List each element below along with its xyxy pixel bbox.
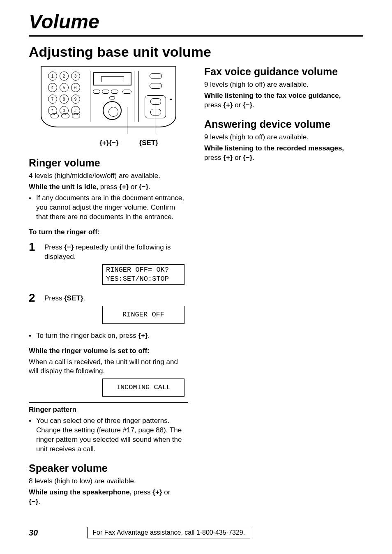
while-ringer-off-body: When a call is received, the unit will n… [29, 358, 188, 376]
while-ringer-off-heading: While the ringer volume is set to off: [29, 346, 188, 356]
page-footer: 30 For Fax Advantage assistance, call 1-… [29, 527, 363, 538]
display-ringer-off-confirm: RINGER OFF= OK? YES:SET/NO:STOP [102, 264, 184, 285]
diagram-label-set: {SET} [139, 139, 158, 147]
speaker-levels: 8 levels (high to low) are available. [29, 477, 188, 486]
title-rule [29, 35, 363, 37]
step-2-body: Press {SET}. RINGER OFF [44, 292, 188, 328]
speaker-volume-heading: Speaker volume [29, 462, 188, 474]
fax-guidance-heading: Fax voice guidance volume [204, 66, 363, 78]
step-1-body: Press {−} repeatedly until the following… [44, 241, 188, 289]
diagram-label-volume: {+}{−} [99, 139, 118, 147]
ringer-pattern-bullet: You can select one of three ringer patte… [36, 416, 188, 454]
ringer-volume-heading: Ringer volume [29, 157, 188, 169]
answering-device-heading: Answering device volume [204, 118, 363, 130]
device-diagram: 123 456 789 *0# [41, 66, 176, 136]
display-ringer-off: RINGER OFF [102, 306, 184, 324]
page-number: 30 [29, 528, 38, 538]
section-title: Adjusting base unit volume [29, 44, 363, 60]
step-1-number: 1 [29, 241, 39, 289]
ringer-levels: 4 levels (high/middle/low/off) are avail… [29, 171, 188, 181]
ringer-idle-instruction: While the unit is idle, press {+} or {−}… [29, 182, 188, 192]
answering-instruction: While listening to the recorded messages… [204, 144, 363, 163]
step-2-number: 2 [29, 292, 39, 328]
fax-instruction: While listening to the fax voice guidanc… [204, 91, 363, 110]
ringer-note-bullet: If any documents are in the document ent… [36, 194, 188, 222]
answering-levels: 9 levels (high to off) are available. [204, 133, 363, 142]
divider-rule [29, 402, 188, 403]
left-column: 123 456 789 *0# {+}{−} [29, 66, 188, 508]
speaker-instruction: While using the speakerphone, press {+} … [29, 488, 188, 507]
ringer-back-on-bullet: To turn the ringer back on, press {+}. [36, 331, 188, 341]
assistance-box: For Fax Advantage assistance, call 1-800… [87, 527, 250, 538]
turn-ringer-off-heading: To turn the ringer off: [29, 228, 188, 237]
fax-levels: 9 levels (high to off) are available. [204, 80, 363, 90]
display-incoming-call: INCOMING CALL [102, 379, 184, 397]
right-column: Fax voice guidance volume 9 levels (high… [204, 66, 363, 508]
chapter-title: Volume [29, 10, 363, 33]
ringer-pattern-heading: Ringer pattern [29, 405, 188, 415]
